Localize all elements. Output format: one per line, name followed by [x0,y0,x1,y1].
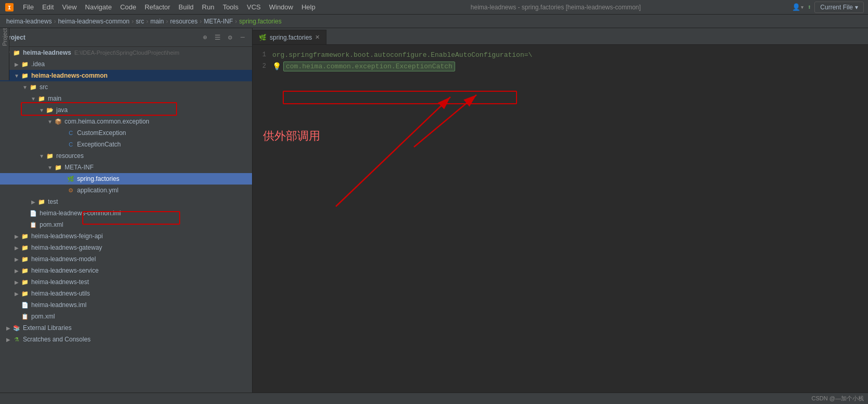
tree-item-model[interactable]: ▶ 📁 heima-leadnews-model [0,253,252,265]
expand-arrow-icon: ▶ [12,279,21,285]
java-class-icon: C [67,140,75,149]
tree-label: application.yml [77,187,118,194]
sidebar-settings-icon[interactable]: ⚙ [225,32,235,43]
scratch-icon: ⚗ [12,335,21,344]
sidebar-hide-icon[interactable]: — [237,32,248,43]
sidebar-collapse-icon[interactable]: ☰ [212,32,223,43]
editor-area: 🌿 spring.factories ✕ 1 org.springframewo… [253,28,868,404]
tree-item-exception-catch[interactable]: ▶ C ExceptionCatch [0,139,252,150]
tree-item-com-heima-exception[interactable]: ▼ 📦 com.heima.common.exception [0,116,252,127]
tree-item-feign-api[interactable]: ▶ 📁 heima-leadnews-feign-api [0,230,252,242]
tab-close-icon[interactable]: ✕ [315,34,320,41]
tree-item-pom-common[interactable]: ▶ 📋 pom.xml [0,219,252,230]
iml-icon: 📄 [29,209,37,217]
folder-icon: 📁 [12,48,21,57]
expand-arrow-icon: ▼ [46,119,54,125]
tree-item-gateway[interactable]: ▶ 📁 heima-leadnews-gateway [0,242,252,253]
menu-code[interactable]: Code [116,2,141,12]
tree-item-service[interactable]: ▶ 📁 heima-leadnews-service [0,265,252,276]
tree-label: pom.xml [40,221,63,228]
sidebar-expand-icon[interactable]: ⊕ [200,32,210,43]
tree-path: E:\IDEA-Project\SpringCloudProject\heim [74,50,180,56]
tree-label: External Libraries [23,324,71,332]
main-layout: Project ⊕ ☰ ⚙ — ▼ 📁 heima-leadnews E:\ID… [0,28,868,404]
tree-item-test[interactable]: ▶ 📁 test [0,196,252,207]
breadcrumb-item-3[interactable]: main [150,18,164,25]
spring-icon: 🌿 [67,175,75,183]
tree-label: .idea [31,60,45,68]
tree-item-main[interactable]: ▼ 📁 main [0,93,252,104]
tree-item-utils[interactable]: ▶ 📁 heima-leadnews-utils [0,288,252,299]
xml-icon: 📋 [29,221,37,229]
breadcrumb-sep-4: › [199,18,202,25]
menu-navigate[interactable]: Navigate [81,2,116,12]
dropdown-arrow-icon: ▾ [855,4,858,11]
folder-icon: 📂 [46,106,54,114]
tree-item-external-libraries[interactable]: ▶ 📚 External Libraries [0,322,252,334]
tree-item-pom-root[interactable]: ▶ 📋 pom.xml [0,311,252,322]
arrows-overlay [253,45,868,404]
menu-file[interactable]: File [19,2,38,12]
tree-item-application-yml[interactable]: ▶ ⚙ application.yml [0,185,252,196]
tree-item-spring-factories[interactable]: ▶ 🌿 spring.factories [0,173,252,185]
editor-content[interactable]: 1 org.springframework.boot.autoconfigure… [253,45,868,404]
menu-tools[interactable]: Tools [219,2,243,12]
project-tree[interactable]: ▼ 📁 heima-leadnews E:\IDEA-Project\Sprin… [0,47,252,404]
breadcrumb: heima-leadnews › heima-leadnews-common ›… [0,15,868,28]
resources-folder-icon: 📁 [46,152,54,160]
breadcrumb-item-6[interactable]: spring.factories [239,18,281,25]
breadcrumb-item-0[interactable]: heima-leadnews [6,18,52,25]
editor-tab-spring-factories[interactable]: 🌿 spring.factories ✕ [253,30,326,44]
expand-arrow-icon: ▼ [37,107,46,113]
svg-text:I: I [8,5,11,11]
tree-item-heima-leadnews-common[interactable]: ▼ 📁 heima-leadnews-common [0,70,252,81]
tree-item-src[interactable]: ▼ 📁 src [0,81,252,93]
tree-item-root-iml[interactable]: ▶ 📄 heima-leadnews.iml [0,299,252,311]
tree-label: Scratches and Consoles [23,336,91,343]
breadcrumb-item-4[interactable]: resources [170,18,198,25]
tree-item-java[interactable]: ▼ 📂 java [0,104,252,116]
tree-label: resources [56,152,84,160]
breadcrumb-item-2[interactable]: src [136,18,144,25]
folder-icon: 📁 [21,71,29,80]
tree-label: heima-leadnews-service [31,267,98,274]
tree-item-scratches[interactable]: ▶ ⚗ Scratches and Consoles [0,334,252,345]
menu-window[interactable]: Window [265,2,297,12]
tree-item-meta-inf[interactable]: ▼ 📁 META-INF [0,162,252,173]
expand-arrow-icon: ▼ [37,153,46,159]
current-file-label: Current File [820,4,853,11]
folder-icon: 📁 [21,278,29,286]
menu-refactor[interactable]: Refactor [141,2,174,12]
tree-item-test-module[interactable]: ▶ 📁 heima-leadnews-test [0,276,252,288]
menu-view[interactable]: View [58,2,81,12]
tree-item-common-iml[interactable]: ▶ 📄 heima-leadnews-common.iml [0,207,252,219]
package-icon: 📦 [54,117,62,126]
folder-icon: 📁 [21,60,29,68]
menu-edit[interactable]: Edit [38,2,58,12]
menu-build[interactable]: Build [174,2,198,12]
tree-item-heima-leadnews-root[interactable]: ▼ 📁 heima-leadnews E:\IDEA-Project\Sprin… [0,47,252,58]
expand-arrow-icon: ▼ [21,84,29,90]
vcs-push-icon[interactable]: ⬆ [807,3,811,11]
tree-label: heima-leadnews-model [31,255,96,263]
editor-tabs: 🌿 spring.factories ✕ [253,28,868,45]
sidebar-header-actions: ⊕ ☰ ⚙ — [200,32,248,43]
sidebar-vertical-tab[interactable]: Project [0,28,9,80]
tree-item-resources[interactable]: ▼ 📁 resources [0,150,252,162]
yaml-icon: ⚙ [67,186,75,194]
tree-item-idea[interactable]: ▶ 📁 .idea [0,58,252,70]
menu-help[interactable]: Help [297,2,320,12]
current-file-button[interactable]: Current File ▾ [814,2,864,13]
profile-icon[interactable]: 👤▾ [792,3,804,11]
folder-icon: 📁 [29,83,37,91]
tree-item-custom-exception[interactable]: ▶ C CustomException [0,127,252,139]
expand-arrow-icon: ▶ [12,291,21,297]
breadcrumb-sep-1: › [132,18,134,25]
menu-vcs[interactable]: VCS [243,2,265,12]
code-text-2: com.heima.common.exception.ExceptionCatc… [283,62,455,71]
sidebar-header: Project ⊕ ☰ ⚙ — [0,28,252,47]
breadcrumb-item-1[interactable]: heima-leadnews-common [58,18,129,25]
expand-arrow-icon: ▶ [12,62,21,67]
breadcrumb-item-5[interactable]: META-INF [204,18,233,25]
menu-run[interactable]: Run [198,2,219,12]
